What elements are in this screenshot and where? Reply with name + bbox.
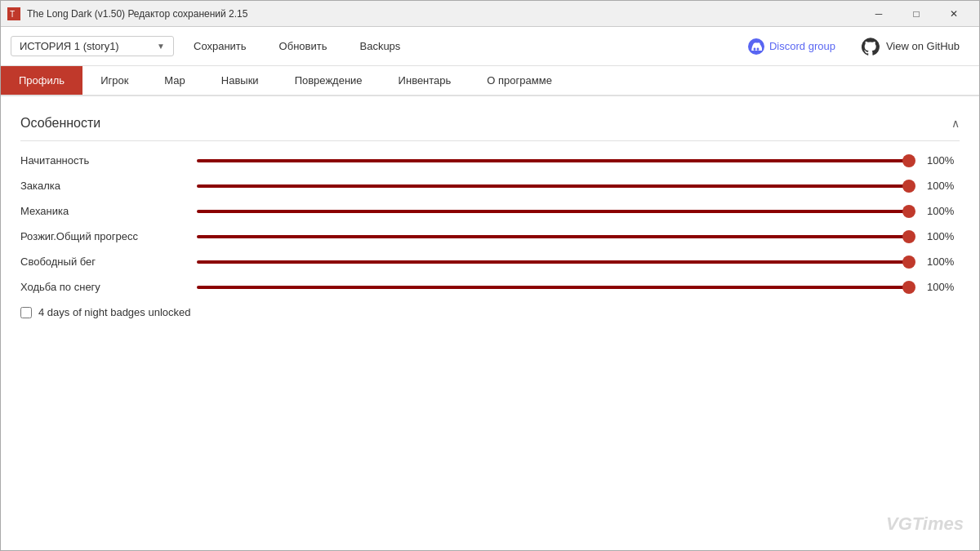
checkbox-row: 4 days of night badges unlocked bbox=[20, 306, 960, 318]
minimize-button[interactable]: ─ bbox=[860, 1, 898, 27]
night-badges-checkbox[interactable] bbox=[20, 307, 32, 318]
skill-value-3: 100% bbox=[927, 230, 960, 242]
slider-thumb-0[interactable] bbox=[902, 154, 915, 167]
discord-icon bbox=[748, 38, 764, 55]
skill-value-4: 100% bbox=[927, 256, 960, 268]
skill-row: Механика 100% bbox=[20, 205, 960, 217]
slider-track-0 bbox=[197, 159, 914, 162]
skill-row: Розжиг.Общий прогресс 100% bbox=[20, 230, 960, 242]
section-title: Особенности bbox=[20, 116, 100, 131]
discord-button[interactable]: Discord group bbox=[738, 33, 845, 60]
skill-row: Закалка 100% bbox=[20, 180, 960, 192]
title-bar-text: The Long Dark (v1.50) Редактор сохранени… bbox=[27, 8, 860, 20]
slider-track-4 bbox=[197, 260, 914, 264]
slider-thumb-4[interactable] bbox=[902, 256, 915, 269]
skill-label-0: Начитанность bbox=[20, 154, 184, 167]
slider-thumb-1[interactable] bbox=[902, 180, 915, 193]
skill-slider-5[interactable] bbox=[197, 285, 914, 290]
skill-slider-0[interactable] bbox=[197, 158, 914, 163]
svg-text:T: T bbox=[10, 10, 15, 19]
tab-profile[interactable]: Профиль bbox=[1, 66, 82, 95]
dropdown-arrow-icon: ▼ bbox=[157, 42, 165, 51]
slider-thumb-5[interactable] bbox=[902, 281, 915, 294]
story-select[interactable]: ИСТОРИЯ 1 (story1) ▼ bbox=[11, 36, 174, 56]
window-controls: ─ □ ✕ bbox=[860, 1, 973, 27]
app-window: T The Long Dark (v1.50) Редактор сохране… bbox=[0, 0, 980, 551]
slider-track-5 bbox=[197, 286, 914, 289]
skill-value-0: 100% bbox=[927, 154, 960, 167]
slider-track-1 bbox=[197, 184, 914, 188]
discord-label: Discord group bbox=[769, 40, 835, 52]
story-select-text: ИСТОРИЯ 1 (story1) bbox=[20, 40, 119, 52]
title-bar: T The Long Dark (v1.50) Редактор сохране… bbox=[1, 1, 979, 27]
app-icon: T bbox=[7, 7, 20, 20]
tab-map[interactable]: Мар bbox=[146, 66, 203, 95]
skill-label-3: Розжиг.Общий прогресс bbox=[20, 230, 184, 242]
skill-label-1: Закалка bbox=[20, 180, 184, 192]
night-badges-label[interactable]: 4 days of night badges unlocked bbox=[38, 306, 190, 318]
github-label: View on GitHub bbox=[886, 40, 960, 52]
main-content: Особенности ∧ Начитанность 100% Закалка … bbox=[1, 96, 979, 550]
tab-about[interactable]: О программе bbox=[469, 66, 570, 95]
close-button[interactable]: ✕ bbox=[935, 1, 973, 27]
skills-list: Начитанность 100% Закалка 100% Механика … bbox=[20, 154, 960, 293]
tab-skills[interactable]: Навыки bbox=[203, 66, 277, 95]
skill-value-1: 100% bbox=[927, 180, 960, 192]
skill-row: Свободный бег 100% bbox=[20, 256, 960, 268]
collapse-button[interactable]: ∧ bbox=[951, 117, 960, 130]
skill-row: Начитанность 100% bbox=[20, 154, 960, 167]
update-button[interactable]: Обновить bbox=[266, 35, 341, 57]
skill-value-2: 100% bbox=[927, 205, 960, 217]
skill-slider-2[interactable] bbox=[197, 209, 914, 214]
tab-inventory[interactable]: Инвентарь bbox=[381, 66, 470, 95]
skill-label-5: Ходьба по снегу bbox=[20, 281, 184, 293]
toolbar: ИСТОРИЯ 1 (story1) ▼ Сохранить Обновить … bbox=[1, 27, 979, 66]
backups-button[interactable]: Backups bbox=[346, 35, 413, 57]
skill-slider-3[interactable] bbox=[197, 234, 914, 239]
maximize-button[interactable]: □ bbox=[898, 1, 935, 27]
slider-track-3 bbox=[197, 235, 914, 238]
save-button[interactable]: Сохранить bbox=[180, 35, 260, 57]
skill-row: Ходьба по снегу 100% bbox=[20, 281, 960, 293]
section-header: Особенности ∧ bbox=[20, 109, 960, 141]
github-icon bbox=[862, 38, 880, 56]
tab-damage[interactable]: Повреждение bbox=[277, 66, 381, 95]
tabs-bar: Профиль Игрок Мар Навыки Повреждение Инв… bbox=[1, 66, 979, 96]
slider-track-2 bbox=[197, 210, 914, 213]
skill-label-4: Свободный бег bbox=[20, 256, 184, 268]
skill-slider-4[interactable] bbox=[197, 260, 914, 264]
github-button[interactable]: View on GitHub bbox=[852, 33, 969, 60]
skill-value-5: 100% bbox=[927, 281, 960, 293]
skill-slider-1[interactable] bbox=[197, 184, 914, 189]
tab-player[interactable]: Игрок bbox=[82, 66, 146, 95]
skill-label-2: Механика bbox=[20, 205, 184, 217]
slider-thumb-3[interactable] bbox=[902, 230, 915, 243]
slider-thumb-2[interactable] bbox=[902, 205, 915, 218]
